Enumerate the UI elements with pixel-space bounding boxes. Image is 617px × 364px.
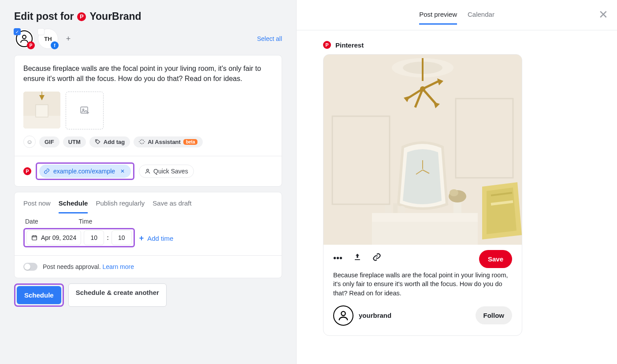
schedule-tabs: Post now Schedule Publish regularly Save… [15, 192, 282, 213]
plus-icon: + [139, 234, 144, 243]
editor-panel: Edit post for P YourBrand ✓ P TH f + [0, 0, 296, 364]
approval-toggle[interactable] [23, 263, 37, 271]
date-input[interactable]: Apr 09, 2024 [26, 230, 81, 245]
account-th-facebook[interactable]: TH f [38, 29, 58, 49]
pinterest-icon: P [23, 167, 31, 175]
select-all-link[interactable]: Select all [257, 35, 282, 42]
tab-post-preview[interactable]: Post preview [419, 11, 457, 25]
svg-rect-24 [372, 213, 478, 222]
approval-text: Post needs approval. [43, 263, 101, 270]
add-time-button[interactable]: + Add time [139, 234, 174, 243]
pinterest-icon: P [27, 41, 35, 49]
svg-point-34 [398, 206, 405, 213]
link-icon[interactable] [372, 253, 381, 264]
check-icon: ✓ [14, 28, 21, 35]
date-label: Date [25, 218, 38, 225]
quick-saves-label: Quick Saves [153, 168, 188, 175]
time-label: Time [79, 218, 93, 225]
page-title: Edit post for P YourBrand [14, 11, 282, 22]
preview-image [323, 55, 522, 245]
svg-point-0 [22, 35, 26, 39]
learn-more-link[interactable]: Learn more [102, 263, 134, 270]
tab-calendar[interactable]: Calendar [468, 11, 494, 25]
svg-rect-32 [385, 205, 391, 213]
account-yourbrand-pinterest[interactable]: ✓ P [14, 29, 34, 49]
hour-input[interactable]: 10 [84, 230, 104, 245]
destination-link-pill[interactable]: example.com/example ✕ [39, 165, 131, 178]
add-account-button[interactable]: + [62, 32, 75, 45]
tab-post-now[interactable]: Post now [23, 199, 51, 213]
add-media-button[interactable] [66, 92, 104, 129]
ai-assistant-button[interactable]: AI Assistant beta [134, 136, 203, 147]
quick-saves-board[interactable]: Quick Saves [139, 165, 194, 178]
media-thumbnail[interactable] [23, 92, 60, 129]
svg-point-31 [450, 189, 458, 196]
close-button[interactable]: ✕ [598, 8, 608, 22]
schedule-button-highlight: Schedule [14, 283, 64, 307]
preview-card: ••• Save Because fireplace walls are the… [323, 54, 522, 336]
add-tag-label: Add tag [104, 139, 125, 145]
preview-panel: ✕ Post preview Calendar P Pinterest [296, 0, 617, 364]
tab-publish-regularly[interactable]: Publish regularly [96, 199, 145, 213]
user-avatar[interactable] [333, 305, 353, 326]
pinterest-icon: P [323, 41, 331, 49]
schedule-card: Post now Schedule Publish regularly Save… [14, 192, 282, 278]
link-url-text: example.com/example [53, 168, 115, 175]
caption-text[interactable]: Because fireplace walls are the focal po… [23, 63, 273, 84]
save-button[interactable]: Save [479, 250, 512, 268]
calendar-icon [31, 235, 37, 241]
svg-rect-2 [23, 116, 60, 129]
add-tag-button[interactable]: Add tag [89, 136, 130, 147]
upload-icon[interactable] [353, 253, 362, 264]
svg-rect-9 [32, 236, 37, 240]
datetime-highlight: Apr 09, 2024 10 : 10 [23, 228, 135, 247]
time-separator: : [107, 234, 109, 241]
minute-input[interactable]: 10 [112, 230, 132, 245]
add-time-label: Add time [147, 235, 173, 242]
preview-network-header: P Pinterest [323, 41, 591, 49]
pinterest-icon: P [77, 12, 86, 21]
gif-button[interactable]: GIF [39, 136, 59, 147]
svg-rect-3 [36, 105, 48, 117]
schedule-button[interactable]: Schedule [17, 286, 61, 304]
title-brand: YourBrand [89, 11, 141, 22]
composer-card: Because fireplace walls are the focal po… [14, 55, 282, 187]
title-prefix: Edit post for [14, 11, 74, 22]
check-icon [37, 28, 45, 35]
svg-point-39 [341, 312, 345, 316]
tab-save-draft[interactable]: Save as draft [152, 199, 191, 213]
svg-point-8 [147, 169, 149, 172]
svg-rect-33 [393, 203, 398, 213]
username[interactable]: yourbrand [359, 312, 391, 319]
tab-schedule[interactable]: Schedule [59, 199, 88, 213]
follow-button[interactable]: Follow [476, 306, 513, 324]
ai-label: AI Assistant [148, 139, 181, 145]
svg-point-7 [96, 140, 97, 141]
remove-link-button[interactable]: ✕ [119, 167, 126, 175]
emoji-button[interactable]: ☺ [23, 136, 36, 148]
schedule-another-button[interactable]: Schedule & create another [68, 283, 167, 307]
beta-badge: beta [183, 139, 198, 145]
link-highlight: example.com/example ✕ [36, 162, 134, 180]
preview-tabs: Post preview Calendar [297, 0, 617, 30]
preview-caption: Because fireplace walls are the focal po… [333, 271, 512, 298]
date-value: Apr 09, 2024 [41, 234, 76, 241]
account-initials: TH [44, 36, 52, 42]
preview-network-name: Pinterest [335, 41, 364, 49]
svg-rect-25 [372, 222, 478, 245]
facebook-icon: f [51, 41, 59, 49]
more-icon[interactable]: ••• [333, 253, 342, 263]
utm-button[interactable]: UTM [63, 136, 86, 147]
account-selector: ✓ P TH f + [14, 29, 75, 49]
